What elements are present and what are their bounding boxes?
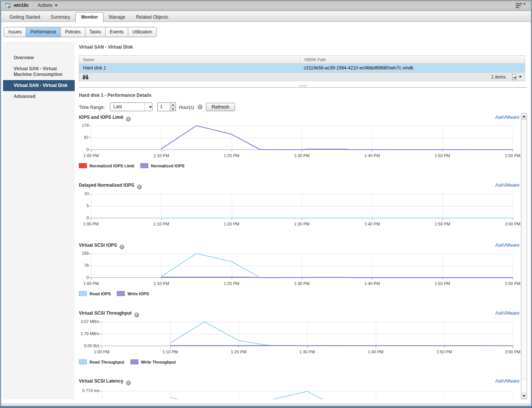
tab-related-objects[interactable]: Related Objects [130,12,173,22]
chart-virtual-scsi-throughput: Virtual SCSI ThroughputAskVMware3.57 MB/… [79,310,521,317]
chart-legend: Read ThroughputWrite Throughput [79,359,176,364]
legend-swatch [130,359,138,364]
tab-bar: Getting StartedSummaryMonitorManageRelat… [1,11,531,22]
chart-plot: 1050 [91,194,513,218]
export-list-icon[interactable] [511,74,517,80]
legend-label: Write Throughput [141,360,176,364]
select-caret-icon [149,106,152,108]
chart-info-icon[interactable] [119,244,124,249]
subtab-tasks[interactable]: Tasks [85,27,105,37]
chart-info-icon[interactable] [126,117,131,121]
subtab-events[interactable]: Events [105,27,128,37]
splitter-grip[interactable] [299,85,307,88]
charts-scrollbar[interactable] [521,113,527,399]
tab-manage[interactable]: Manage [104,12,130,22]
sidebar: OverviewVirtual SAN - Virtual Machine Co… [3,42,75,399]
x-axis-label: 2:00 PM [499,281,521,286]
legend-item-read-throughput: Read Throughput [79,359,124,364]
window-menu-icon[interactable] [516,3,526,8]
disk-table-title: Virtual SAN - Virtual Disk [79,44,133,50]
table-footer: 1 items [79,72,525,81]
stepper-down-button[interactable] [170,107,176,111]
x-axis-label: 1:20 PM [218,281,245,286]
subtab-utilization[interactable]: Utilization [128,27,156,37]
chart-virtual-scsi-latency: Virtual SCSI LatencyAskVMware0.774 ms1:0… [79,378,521,384]
title-bar: win10c Actions [1,0,531,11]
tab-summary[interactable]: Summary [46,12,75,22]
scrollbar-up-button[interactable] [521,113,527,120]
sidebar-item-virtual-san-virtual-disk[interactable]: Virtual SAN - Virtual Disk [3,80,75,91]
subtab-policies[interactable]: Policies [60,27,85,37]
actions-caret-icon [55,5,58,6]
chart-header-delayed-normalized-iops: Delayed Normalized IOPSAskVMware [79,183,521,189]
legend-item-write-iops: Write IOPS [117,291,149,296]
chart-legend: Normalized IOPS LimitNormalized IOPS [79,163,185,168]
x-axis-label: 1:50 PM [429,281,456,286]
column-header-name[interactable]: Name [79,56,300,63]
chart-plot: 156780 [91,254,513,278]
sidebar-list: OverviewVirtual SAN - Virtual Machine Co… [3,52,75,102]
tab-monitor[interactable]: Monitor [75,12,104,22]
y-axis-label: 5 [79,203,89,208]
performance-details-title: Hard disk 1 - Performance Details [79,93,151,98]
table-header-row: Name VMDK Path [79,56,525,64]
x-axis-label: 1:30 PM [289,222,315,226]
ask-vmware-link[interactable]: AskVMware [495,243,519,248]
x-axis-label: 1:30 PM [289,153,315,158]
ask-vmware-link[interactable]: AskVMware [495,378,519,384]
window-frame-left [0,0,1,408]
x-axis-label: 1:40 PM [359,153,385,158]
x-axis-label: 1:00 PM [79,281,104,286]
subtab-issues[interactable]: Issues [4,27,26,37]
hours-stepper[interactable]: 1 [157,102,176,111]
x-axis-label: 1:10 PM [148,153,174,158]
scrollbar-down-button[interactable] [521,393,527,399]
cell-disk-name: Hard disk 1 [79,64,300,72]
chart-title: Virtual SCSI IOPS [79,243,117,248]
y-axis-label: 87 [79,135,89,140]
actions-menu[interactable]: Actions [38,3,58,8]
monitor-subtabs: IssuesPerformancePoliciesTasksEventsUtil… [4,27,157,37]
time-range-value: Last [113,104,122,109]
sidebar-item-overview[interactable]: Overview [3,52,75,63]
y-axis-label: 10 [79,191,89,196]
tab-getting-started[interactable]: Getting Started [4,12,46,22]
virtual-disk-table: Name VMDK Path Hard disk 1 c3119e56-ac39… [79,55,525,81]
chart-plot: 0.774 ms [102,391,513,399]
ask-vmware-link[interactable]: AskVMware [495,183,519,188]
sidebar-item-advanced[interactable]: Advanced [3,91,75,102]
legend-label: Normalized IOPS Limit [89,164,134,168]
ask-vmware-link[interactable]: AskVMware [495,115,519,120]
time-range-select[interactable]: Last [110,102,152,111]
ask-vmware-link[interactable]: AskVMware [495,310,519,316]
cell-vmdk-path: c3119e56-ac39-1564-4210-ecf4bbd69680/win… [300,64,525,72]
chart-header-virtual-scsi-throughput: Virtual SCSI ThroughputAskVMware [79,310,521,317]
refresh-button[interactable]: Refresh [206,103,235,111]
chart-legend: Read IOPSWrite IOPS [79,291,149,296]
x-axis-label: 1:50 PM [431,350,457,354]
legend-item-read-iops: Read IOPS [79,291,111,296]
legend-swatch [79,163,87,168]
scrollbar-thumb[interactable] [521,120,527,379]
subtab-performance[interactable]: Performance [26,27,61,37]
x-axis-label: 1:00 PM [88,350,115,354]
legend-item-normalized-iops: Normalized IOPS [140,163,185,168]
x-axis-label: 2:00 PM [499,350,521,354]
chart-info-icon[interactable] [134,312,139,317]
chart-info-icon[interactable] [126,380,131,385]
x-axis-label: 1:40 PM [359,281,385,286]
items-count: 1 items [491,74,506,80]
chart-header-virtual-scsi-latency: Virtual SCSI LatencyAskVMware [79,378,521,384]
filter-search-icon[interactable] [82,74,89,80]
sidebar-item-virtual-san-virtual-machine-consumption[interactable]: Virtual SAN - Virtual Machine Consumptio… [3,63,75,80]
y-axis-label: 0.774 ms [79,388,99,393]
y-axis-label: 174 [79,123,89,128]
export-caret-icon[interactable] [519,76,522,78]
chart-info-icon[interactable] [137,184,142,189]
time-range-info-icon[interactable] [198,104,202,109]
stepper-up-button[interactable] [170,103,176,107]
time-range-label: Time Range: [79,105,105,110]
table-row[interactable]: Hard disk 1 c3119e56-ac39-1564-4210-ecf4… [79,64,525,72]
chart-header-virtual-scsi-iops: Virtual SCSI IOPSAskVMware [79,243,521,249]
column-header-vmdk-path[interactable]: VMDK Path [300,56,525,63]
